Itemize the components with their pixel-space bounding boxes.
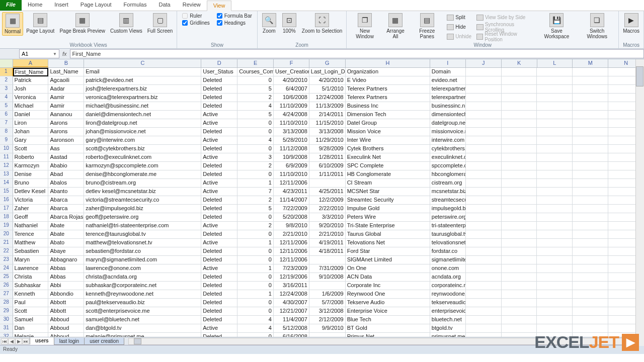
cell[interactable]: 3/3/2010 (309, 213, 346, 222)
cell[interactable] (502, 128, 537, 136)
cell[interactable] (573, 299, 608, 307)
cell[interactable] (466, 333, 502, 337)
cell[interactable]: Inter Wire (346, 136, 430, 145)
row-header[interactable]: 8 (0, 128, 13, 136)
cell[interactable] (573, 162, 608, 170)
cell[interactable]: 0 (237, 256, 274, 264)
page-break-button[interactable]: ▦Page Break Preview (57, 12, 107, 35)
cell[interactable]: telerexpartners.biz (430, 85, 466, 94)
cell[interactable]: 11/12/2008 (274, 145, 309, 153)
cell[interactable]: MCSNet Star (346, 188, 430, 196)
cell[interactable]: Enterprise Voice (346, 307, 430, 316)
cell[interactable]: Aarons (48, 119, 84, 128)
cell[interactable] (502, 94, 537, 102)
cell[interactable]: Active (201, 264, 237, 273)
cell[interactable]: taurusglobal.tv (430, 230, 466, 239)
cell[interactable]: 12/24/2008 (309, 94, 346, 102)
cell[interactable]: Melanie (13, 333, 49, 337)
cell[interactable]: tri-stateenterprise.com (430, 222, 466, 230)
cell[interactable]: Maryn (13, 256, 49, 264)
cell[interactable]: Telerex Partners (346, 85, 430, 94)
sheet-tab-user-creation[interactable]: user creation (84, 338, 124, 345)
freeze-panes-button[interactable]: ▤Freeze Panes (410, 12, 444, 40)
cell[interactable]: veronica@telerexpartners.biz (84, 94, 201, 102)
cell[interactable]: josh@telerexpartners.biz (84, 85, 201, 94)
cell[interactable] (466, 196, 502, 205)
cell[interactable]: interwire.com (430, 136, 466, 145)
cell[interactable]: 4 (237, 324, 274, 333)
cell[interactable]: johan@missionvoice.net (84, 128, 201, 136)
cell[interactable]: 5/1/2010 (309, 85, 346, 94)
row-header[interactable]: 10 (0, 145, 13, 153)
cell[interactable] (466, 324, 502, 333)
cell[interactable]: maryn@sigmanetlimited.com (84, 256, 201, 264)
cell[interactable] (502, 247, 537, 256)
cell[interactable] (466, 94, 502, 102)
cell[interactable] (573, 290, 608, 299)
cell[interactable]: Last_Login_D (309, 68, 346, 76)
cell[interactable]: Telovations Net (346, 239, 430, 247)
cell[interactable]: hbconglomerate.me (430, 170, 466, 179)
cell[interactable]: 5 (237, 111, 274, 119)
page-layout-button[interactable]: ▤Page Layout (24, 12, 56, 35)
cell[interactable] (573, 316, 608, 324)
row-header[interactable]: 23 (0, 256, 13, 264)
cell[interactable]: 2/14/2011 (309, 111, 346, 119)
cell[interactable]: Abbott (48, 307, 84, 316)
cell[interactable] (573, 196, 608, 205)
cell[interactable]: Tekserve Audio (346, 299, 430, 307)
cell[interactable]: Execulink Net (346, 153, 430, 162)
cell[interactable]: dimensiontech.net (430, 111, 466, 119)
cell[interactable]: BT Gold (346, 324, 430, 333)
cell[interactable]: Terence (13, 230, 49, 239)
cell[interactable]: Courses_Com (237, 68, 274, 76)
cell[interactable]: Aastad (48, 153, 84, 162)
row-header[interactable]: 30 (0, 316, 13, 324)
cell[interactable]: cistream.org (430, 179, 466, 188)
cell[interactable]: Last_Name (48, 68, 84, 76)
cell[interactable]: Denise (13, 170, 49, 179)
cell[interactable]: Abbott (48, 299, 84, 307)
cell[interactable]: telovationsnet.tv (430, 239, 466, 247)
column-header-J[interactable]: J (466, 59, 502, 67)
cell[interactable]: 1 (237, 290, 274, 299)
fx-icon[interactable]: fx (62, 51, 67, 57)
cell[interactable]: michael@businessinc.net (84, 102, 201, 111)
cell[interactable]: CI Stream (346, 179, 430, 188)
cell[interactable]: Agcaoili (48, 76, 84, 85)
cell[interactable]: geoff@peterswire.org (84, 213, 201, 222)
cell[interactable]: Ababio (48, 162, 84, 170)
row-header[interactable]: 1 (0, 68, 13, 76)
cell[interactable] (573, 76, 608, 85)
cell[interactable]: bruno@cistream.org (84, 179, 201, 188)
cell[interactable] (466, 213, 502, 222)
cell[interactable] (537, 136, 573, 145)
cell[interactable] (502, 290, 537, 299)
cell[interactable]: 4 (237, 136, 274, 145)
cell[interactable]: Aaronson (48, 136, 84, 145)
cell[interactable]: Deleted (201, 333, 237, 337)
cell[interactable] (502, 136, 537, 145)
cell[interactable] (537, 247, 573, 256)
cell[interactable]: Deleted (201, 85, 237, 94)
cell[interactable]: Telerex Partners (346, 94, 430, 102)
cell[interactable]: 12/11/2006 (274, 247, 309, 256)
cell[interactable] (537, 76, 573, 85)
cell[interactable]: 4/19/2011 (309, 239, 346, 247)
cell[interactable] (537, 213, 573, 222)
row-header[interactable]: 27 (0, 290, 13, 299)
row-header[interactable]: 31 (0, 324, 13, 333)
cell[interactable]: onone.com (430, 264, 466, 273)
cell[interactable]: Daniel (13, 111, 49, 119)
cell[interactable]: 2 (237, 222, 274, 230)
cell[interactable]: Active (201, 324, 237, 333)
cell[interactable]: Business Inc (346, 102, 430, 111)
cell[interactable] (537, 188, 573, 196)
row-header[interactable]: 32 (0, 333, 13, 337)
cell[interactable] (537, 94, 573, 102)
column-header-I[interactable]: I (430, 59, 466, 67)
cell[interactable]: 1/28/2011 (309, 153, 346, 162)
cell[interactable]: Deleted (201, 196, 237, 205)
cell[interactable]: Deleted (201, 290, 237, 299)
cell[interactable]: Dan (13, 324, 49, 333)
